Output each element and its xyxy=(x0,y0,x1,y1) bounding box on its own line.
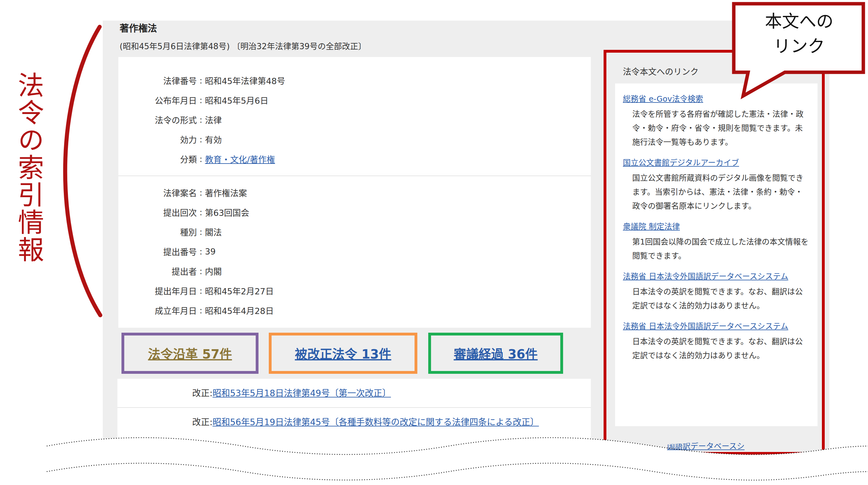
amendment-list: 改正:昭和53年5月18日法律第49号〔第一次改正〕 改正:昭和56年5月19日… xyxy=(117,379,591,485)
bill-row: 提出年月日:昭和45年2月27日 xyxy=(128,281,582,301)
bill-row: 提出番号:39 xyxy=(128,242,582,261)
tab-deliberation-history[interactable]: 審議経過 36件 xyxy=(454,344,538,362)
promulgation-date-value: 昭和45年5月6日 xyxy=(205,94,582,106)
section-divider xyxy=(118,176,591,176)
diet-session-value: 第63回国会 xyxy=(205,206,582,218)
tab-amended-laws[interactable]: 被改正法令 13件 xyxy=(295,344,392,362)
info-row: 公布年月日:昭和45年5月6日 xyxy=(128,90,582,110)
index-info-vertical-label: 法令の索引情報 xyxy=(16,72,42,264)
bill-name-value: 著作権法案 xyxy=(205,187,582,199)
annotation-box-orange: 被改正法令 13件 xyxy=(269,333,417,374)
law-index-infobox: 法律番号:昭和45年法律第48号 公布年月日:昭和45年5月6日 法令の形式:法… xyxy=(118,57,591,328)
submission-date-value: 昭和45年2月27日 xyxy=(205,285,582,297)
screenshot-stage: 著作権法 (昭和45年5月6日法律第48号) 〔明治32年法律第39号の全部改正… xyxy=(0,0,868,485)
validity-value: 有効 xyxy=(205,133,582,146)
classification-link[interactable]: 教育・文化/著作権 xyxy=(205,155,275,164)
bill-row: 提出者:内閣 xyxy=(128,261,582,281)
info-row: 法令の形式:法律 xyxy=(128,110,582,129)
law-subtitle: (昭和45年5月6日法律第48号) 〔明治32年法律第39号の全部改正〕 xyxy=(120,40,366,51)
speech-bubble-text: 本文への リンク xyxy=(735,9,863,59)
bubble-line-2: リンク xyxy=(735,34,863,59)
annotation-box-purple: 法令沿革 57件 xyxy=(121,333,258,374)
bill-row: 法律案名:著作権法案 xyxy=(128,183,582,203)
enactment-date-value: 昭和45年4月28日 xyxy=(205,304,582,316)
sidebar-highlight-box xyxy=(603,50,825,455)
amendment-link[interactable]: 昭和53年5月18日法律第49号〔第一次改正〕 xyxy=(212,387,391,400)
bill-row: 提出回次:第63回国会 xyxy=(128,203,582,222)
amendment-row: 改正:昭和53年5月18日法律第49号〔第一次改正〕 xyxy=(117,379,591,408)
law-number-value: 昭和45年法律第48号 xyxy=(205,74,582,87)
tab-law-history[interactable]: 法令沿革 57件 xyxy=(148,344,232,362)
bubble-line-1: 本文への xyxy=(735,9,863,34)
submission-number-value: 39 xyxy=(205,247,582,256)
info-row: 効力:有効 xyxy=(128,129,582,149)
info-row: 法律番号:昭和45年法律第48号 xyxy=(128,71,582,90)
submitter-value: 内閣 xyxy=(205,265,582,277)
bill-row: 成立年月日:昭和45年4月28日 xyxy=(128,301,582,320)
info-row: 分類:教育・文化/著作権 xyxy=(128,149,582,169)
law-form-value: 法律 xyxy=(205,114,582,126)
amendment-link[interactable]: 昭和56年5月19日法律第45号〔各種手数料等の改定に関する法律四条による改正〕 xyxy=(212,416,539,429)
bill-row: 種別:閣法 xyxy=(128,222,582,242)
annotation-box-green: 審議経過 36件 xyxy=(428,333,563,374)
amendment-row: 改正:昭和56年5月19日法律第45号〔各種手数料等の改定に関する法律四条による… xyxy=(117,408,591,436)
bill-type-value: 閣法 xyxy=(205,226,582,238)
law-title: 著作権法 xyxy=(120,21,157,34)
